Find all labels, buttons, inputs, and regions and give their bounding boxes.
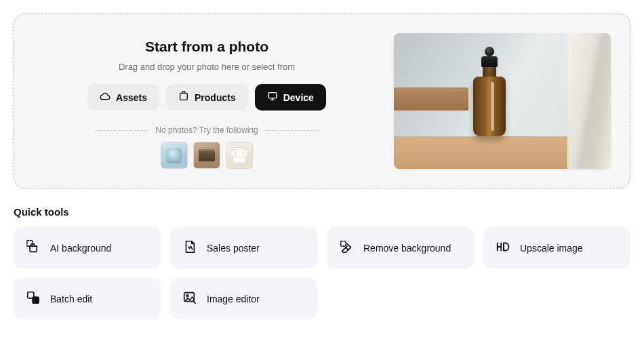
cloud-icon — [100, 91, 110, 104]
sample-palette[interactable] — [193, 142, 220, 169]
tool-ai-background[interactable]: AI background — [14, 227, 161, 268]
try-divider: No photos? Try the following — [95, 125, 319, 135]
batch-icon — [26, 290, 41, 307]
source-products-button[interactable]: Products — [166, 84, 248, 111]
upload-title: Start from a photo — [145, 39, 268, 55]
svg-rect-0 — [180, 93, 188, 100]
poster-icon — [182, 239, 197, 256]
upload-subtitle: Drag and drop your photo here or select … — [119, 62, 295, 72]
svg-rect-5 — [33, 297, 39, 303]
bag-sparkle-icon — [26, 239, 41, 256]
sample-shirt[interactable] — [226, 142, 253, 169]
tool-image-editor-label: Image editor — [207, 294, 260, 304]
earbuds-icon — [167, 148, 182, 162]
tool-sales-poster[interactable]: Sales poster — [170, 227, 317, 268]
palette-icon — [199, 149, 215, 161]
tool-sales-poster-label: Sales poster — [207, 243, 260, 254]
tool-upscale-image[interactable]: Upscale image — [483, 227, 630, 268]
preview-bottle — [473, 47, 506, 136]
quick-tools-grid: AI background Sales poster Remove backgr… — [14, 227, 630, 319]
monitor-icon — [267, 91, 278, 104]
try-label: No photos? Try the following — [155, 125, 258, 135]
sample-row — [161, 142, 253, 169]
tool-remove-background-label: Remove background — [363, 243, 451, 254]
image-edit-icon — [182, 290, 197, 307]
preview-side-panel — [567, 33, 611, 169]
tool-batch-edit[interactable]: Batch edit — [14, 278, 161, 319]
svg-rect-1 — [268, 93, 277, 98]
eraser-sparkle-icon — [339, 239, 354, 256]
upload-panel[interactable]: Start from a photo Drag and drop your ph… — [14, 14, 630, 188]
tool-remove-background[interactable]: Remove background — [327, 227, 474, 268]
source-products-label: Products — [195, 92, 236, 103]
source-device-label: Device — [283, 92, 314, 103]
preview-main-scene — [394, 33, 567, 169]
upload-left-column: Start from a photo Drag and drop your ph… — [33, 33, 380, 169]
quick-tools-heading: Quick tools — [14, 206, 630, 218]
source-buttons-row: Assets Products Device — [87, 84, 326, 111]
source-assets-button[interactable]: Assets — [87, 84, 159, 111]
tool-upscale-image-label: Upscale image — [520, 243, 583, 254]
source-device-button[interactable]: Device — [255, 84, 326, 111]
preview-shelf — [394, 87, 468, 111]
tool-batch-edit-label: Batch edit — [50, 294, 92, 304]
tool-ai-background-label: AI background — [50, 243, 111, 254]
svg-point-7 — [186, 295, 188, 297]
sample-earbuds[interactable] — [161, 142, 188, 169]
preview-image — [394, 33, 611, 169]
source-assets-label: Assets — [116, 92, 147, 103]
svg-rect-3 — [341, 241, 346, 246]
shirt-icon — [233, 147, 246, 163]
tag-icon — [178, 91, 189, 104]
tool-image-editor[interactable]: Image editor — [170, 278, 317, 319]
hd-icon — [496, 239, 510, 256]
